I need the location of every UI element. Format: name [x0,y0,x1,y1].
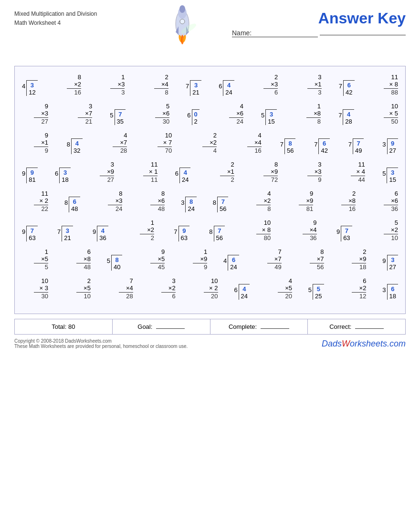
row-7: 1 ×5 5 6 ×8 48 5 8 40 [22,248,398,271]
worksheet-box: 4 3 12 8 ×2 16 1 ×3 3 [14,66,406,314]
prob-5-7: 4 ×2 8 [244,190,271,212]
name-line: Name: [230,29,406,37]
prob-5-6: 8 7 56 [213,197,229,212]
prob-7-6: 4 6 24 [223,255,239,271]
worksheet-title2: Math Worksheet 4 [14,19,97,28]
prob-1-4: 2 ×4 8 [142,74,168,96]
prob-7-10: 9 3 27 [382,255,398,271]
prob-3-10: 3 9 27 [382,138,398,154]
svg-point-2 [179,5,185,13]
prob-8-3: 7 ×4 28 [107,277,133,300]
prob-7-2: 6 ×8 48 [64,248,91,271]
prob-6-10: 5 ×2 10 [372,219,398,242]
prob-7-3: 5 8 40 [107,255,123,271]
row-5: 11 × 2 22 8 6 48 8 ×3 24 [22,190,398,212]
row-8: 10 × 3 30 2 ×5 10 7 ×4 28 3 [22,277,398,300]
complete-line [261,328,289,329]
copyright: Copyright © 2008-2018 DadsWorksheets.com… [14,338,406,349]
prob-3-8: 7 6 42 [314,138,330,154]
prob-2-9: 7 4 28 [338,109,354,125]
dads-logo: DadsWorksheets.com [322,339,406,349]
prob-5-3: 8 ×3 24 [96,190,122,212]
answer-key-label: Answer Key [318,10,406,27]
prob-6-1: 9 7 63 [22,226,38,242]
prob-8-8: 5 5 25 [308,284,324,300]
prob-3-2: 8 4 32 [67,138,83,154]
prob-8-9: 6 ×2 12 [340,277,366,300]
prob-4-6: 2 ×1 2 [208,161,234,183]
prob-4-7: 8 ×9 72 [252,161,278,183]
complete-cell: Complete: [210,319,308,334]
prob-8-1: 10 × 3 30 [22,277,48,300]
prob-1-1: 4 3 12 [22,80,38,96]
prob-2-1: 9 ×3 27 [22,103,48,125]
prob-7-9: 2 ×9 18 [340,248,366,271]
prob-8-6: 6 4 24 [234,284,250,300]
goal-cell: Goal: [113,319,210,334]
prob-1-2: 8 ×2 16 [55,74,81,96]
worksheet-title1: Mixed Multiplication and Division [14,10,97,19]
prob-6-6: 8 7 56 [209,226,225,242]
prob-5-2: 8 6 48 [64,197,80,212]
prob-3-6: 4 ×4 16 [235,132,262,154]
goal-line [156,328,185,329]
prob-3-7: 7 8 56 [280,138,296,154]
prob-7-8: 8 ×7 56 [298,248,324,271]
prob-3-1: 9 ×1 9 [22,132,48,154]
prob-7-1: 1 ×5 5 [22,248,48,271]
header-left: Mixed Multiplication and Division Math W… [14,10,97,28]
footer-box: Total: 80 Goal: Complete: Correct: [14,319,406,335]
prob-4-9: 11 × 4 44 [339,161,365,183]
prob-6-4: 1 ×2 2 [128,219,154,242]
prob-4-1: 9 9 81 [22,168,38,183]
correct-line [355,328,384,329]
prob-2-8: 1 ×8 8 [294,103,321,125]
prob-3-9: 7 7 49 [348,138,364,154]
correct-label: Correct: [329,323,351,330]
complete-label: Complete: [229,323,257,330]
total-label: Total: [52,323,66,330]
prob-2-2: 3 ×7 21 [66,103,92,125]
prob-2-10: 10 × 5 50 [372,103,398,125]
prob-7-4: 9 ×5 45 [138,248,165,271]
prob-6-3: 9 4 36 [93,226,108,242]
prob-8-7: 4 ×5 20 [266,277,292,300]
prob-1-8: 3 ×1 3 [295,74,322,96]
prob-4-8: 3 ×3 9 [295,161,322,183]
prob-4-5: 6 4 24 [175,168,191,183]
name-answer: Answer Key Name: [230,10,406,37]
prob-1-7: 2 ×3 6 [252,74,278,96]
total-cell: Total: 80 [15,319,113,334]
page: Mixed Multiplication and Division Math W… [0,0,420,525]
prob-2-6: 4 ×6 24 [217,103,243,125]
prob-6-2: 7 3 21 [57,226,73,242]
row-1: 4 3 12 8 ×2 16 1 ×3 3 [22,74,398,96]
prob-4-3: 3 ×9 27 [88,161,114,183]
header: Mixed Multiplication and Division Math W… [14,10,406,37]
prob-4-2: 6 3 18 [55,168,71,183]
row-6: 9 7 63 7 3 21 9 [22,219,398,242]
prob-7-5: 1 ×9 9 [181,248,207,271]
prob-1-3: 1 ×3 3 [98,74,125,96]
prob-8-10: 3 6 18 [382,284,398,300]
prob-6-7: 10 × 8 80 [244,219,271,242]
prob-1-10: 11 × 8 88 [372,74,398,96]
prob-6-5: 7 9 63 [174,226,189,242]
prob-2-5: 6 0 2 [187,109,199,125]
row-3: 9 ×1 9 8 4 32 4 ×7 28 [22,132,398,154]
prob-5-10: 6 ×6 36 [372,190,398,212]
prob-2-4: 5 ×6 30 [143,103,169,125]
worksheet-rows: 4 3 12 8 ×2 16 1 ×3 3 [22,71,398,309]
prob-5-9: 2 ×8 16 [329,190,356,212]
correct-cell: Correct: [308,319,405,334]
prob-7-7: 7 ×7 49 [255,248,282,271]
prob-6-9: 9 7 63 [336,226,352,242]
prob-8-4: 3 ×2 6 [149,277,176,300]
prob-5-4: 8 ×6 48 [138,190,165,212]
total-value: 80 [68,323,75,330]
prob-8-5: 10 × 2 20 [192,277,218,300]
prob-4-10: 5 3 15 [382,168,398,183]
prob-3-5: 2 ×2 4 [190,132,217,154]
prob-2-7: 5 3 15 [261,109,277,125]
prob-2-3: 5 7 35 [110,109,126,125]
